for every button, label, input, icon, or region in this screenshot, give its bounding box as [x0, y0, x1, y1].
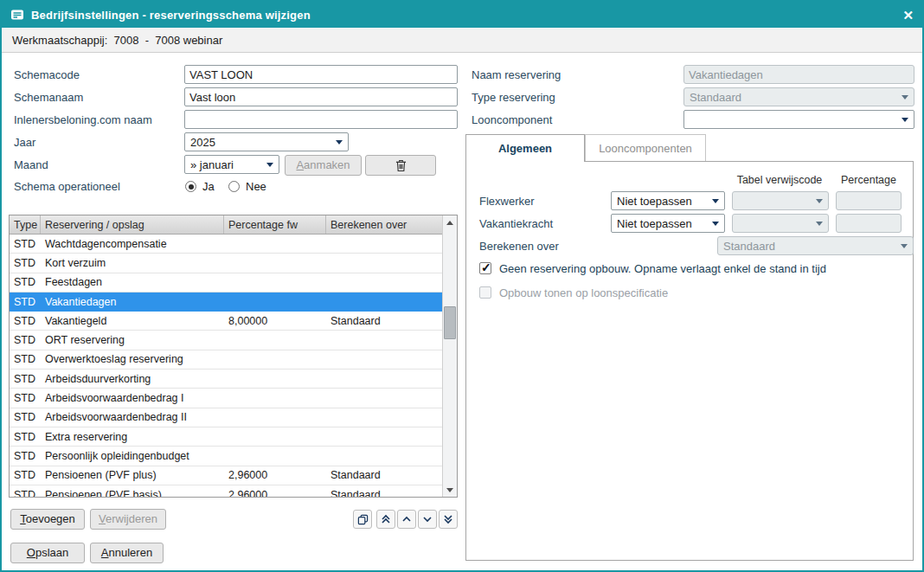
- table-row[interactable]: STDKort verzuim: [10, 254, 442, 273]
- cell-type: STD: [10, 447, 41, 465]
- cell-type: STD: [10, 485, 41, 497]
- jaar-select[interactable]: 2025: [184, 132, 349, 151]
- tabel-verwijscode-header: Tabel verwijscode: [723, 174, 836, 186]
- cell-pct: [224, 350, 326, 369]
- flexwerker-value: Niet toepassen: [617, 195, 709, 208]
- flexwerker-tabel-select: [732, 191, 829, 210]
- cell-type: STD: [10, 389, 41, 407]
- table-row[interactable]: STDPensioenen (PVF basis)2,96000Standaar…: [10, 485, 442, 497]
- move-down-button[interactable]: [418, 510, 437, 529]
- cell-over: [326, 350, 442, 369]
- vakantiekracht-percentage-input: [836, 214, 902, 233]
- naam-reservering-input: [683, 65, 914, 84]
- table-row[interactable]: STDArbeidsduurverkorting: [10, 370, 442, 389]
- chevron-up-icon: [401, 514, 412, 524]
- operationeel-nee-radio[interactable]: [228, 181, 240, 192]
- table-scrollbar[interactable]: [442, 215, 457, 497]
- verwijderen-button: Verwijderen: [90, 509, 166, 530]
- table-row[interactable]: STDExtra reservering: [10, 427, 442, 447]
- scroll-up-icon[interactable]: [443, 215, 457, 229]
- cell-pct: [224, 427, 326, 446]
- header-type: Type: [10, 215, 41, 234]
- cell-over: [326, 235, 442, 253]
- header-reservering: Reservering / opslag: [41, 215, 224, 234]
- trash-icon: [395, 159, 407, 172]
- table-row[interactable]: STDWachtdagencompensatie: [10, 235, 442, 254]
- jaar-label: Jaar: [14, 136, 35, 149]
- table-header-row: Type Reservering / opslag Percentage fw …: [10, 215, 442, 235]
- cell-over: [326, 254, 442, 272]
- schemacode-input[interactable]: [184, 65, 458, 84]
- cell-pct: [224, 370, 326, 388]
- reservation-table-body: STDWachtdagencompensatieSTDKort verzuimS…: [10, 235, 442, 497]
- tab-looncomponenten[interactable]: Looncomponenten: [585, 134, 706, 161]
- schemanaam-input[interactable]: [184, 87, 458, 106]
- looncomponent-select[interactable]: [683, 110, 914, 129]
- delete-month-button[interactable]: [365, 155, 436, 176]
- table-row[interactable]: STDORT reservering: [10, 331, 442, 350]
- cell-over: [326, 389, 442, 407]
- annuleren-button[interactable]: Annuleren: [90, 543, 164, 563]
- flexwerker-select[interactable]: Niet toepassen: [611, 191, 725, 210]
- cell-pct: [224, 254, 326, 272]
- cell-pct: [224, 235, 326, 253]
- move-up-button[interactable]: [397, 510, 416, 529]
- table-row[interactable]: STDPensioenen (PVF plus)2,96000Standaard: [10, 466, 442, 485]
- table-row[interactable]: STDArbeidsvoorwaardenbedrag I: [10, 389, 442, 408]
- berekenen-over-value: Standaard: [723, 240, 897, 253]
- type-reservering-select: Standaard: [683, 87, 914, 106]
- cell-over: Standaard: [326, 466, 442, 485]
- table-row[interactable]: STDOverwerktoeslag reservering: [10, 350, 442, 370]
- cell-name: Overwerktoeslag reservering: [41, 350, 224, 369]
- cell-name: Extra reservering: [41, 427, 224, 446]
- close-icon[interactable]: ✕: [902, 9, 914, 22]
- cell-name: Arbeidsvoorwaardenbedrag I: [41, 389, 224, 407]
- copy-row-button[interactable]: [353, 510, 372, 529]
- table-row[interactable]: STDArbeidsvoorwaardenbedrag II: [10, 408, 442, 427]
- scroll-down-icon[interactable]: [443, 483, 457, 497]
- header-percentage-fw: Percentage fw: [224, 215, 326, 234]
- cell-pct: 2,96000: [224, 485, 326, 497]
- inlenersbeloning-input[interactable]: [184, 110, 458, 129]
- geen-reservering-checkbox[interactable]: [479, 262, 491, 274]
- cell-over: [326, 408, 442, 427]
- cell-type: STD: [10, 312, 41, 330]
- flexwerker-percentage-input: [836, 191, 902, 210]
- opslaan-button[interactable]: Opslaan: [10, 543, 85, 563]
- cell-over: [326, 427, 442, 446]
- vakantiekracht-select[interactable]: Niet toepassen: [611, 214, 725, 233]
- move-top-button[interactable]: [376, 510, 395, 529]
- cell-name: Vakantiegeld: [41, 312, 224, 330]
- naam-reservering-label: Naam reservering: [472, 68, 561, 81]
- reservation-table: Type Reservering / opslag Percentage fw …: [9, 215, 458, 498]
- cell-type: STD: [10, 235, 41, 253]
- dialog-content: Schemacode Schemanaam Inlenersbeloning.c…: [2, 53, 922, 570]
- tab-algemeen[interactable]: Algemeen: [465, 134, 585, 162]
- cell-name: Pensioenen (PVF basis): [41, 485, 224, 497]
- cell-pct: [224, 331, 326, 349]
- toevoegen-button[interactable]: Toevoegen: [10, 509, 85, 530]
- scrollbar-thumb[interactable]: [444, 306, 456, 339]
- cell-name: Wachtdagencompensatie: [41, 235, 224, 253]
- reservation-table-main: Type Reservering / opslag Percentage fw …: [10, 215, 442, 497]
- operationeel-nee-label: Nee: [246, 180, 266, 193]
- cell-over: [326, 273, 442, 292]
- table-row[interactable]: STDVakantiegeld8,00000Standaard: [10, 312, 442, 331]
- cell-name: Persoonlijk opleidingenbudget: [41, 447, 224, 465]
- operationeel-ja-radio[interactable]: [185, 181, 196, 192]
- window-title: Bedrijfsinstellingen - reserveringsschem…: [31, 9, 311, 22]
- maand-select[interactable]: » januari: [184, 155, 279, 174]
- percentage-header: Percentage: [836, 174, 902, 186]
- move-bottom-button[interactable]: [439, 510, 458, 529]
- chevron-down-icon: [422, 514, 433, 524]
- cell-name: Kort verzuim: [41, 254, 224, 272]
- cell-pct: [224, 292, 326, 311]
- schemanaam-label: Schemanaam: [14, 91, 83, 104]
- algemeen-panel: Tabel verwijscode Percentage Flexwerker …: [465, 161, 914, 561]
- table-row[interactable]: STDFeestdagen: [10, 273, 442, 292]
- type-reservering-value: Standaard: [690, 91, 898, 104]
- table-row[interactable]: STDVakantiedagen: [10, 292, 442, 312]
- cell-name: Arbeidsvoorwaardenbedrag II: [41, 408, 224, 427]
- table-row[interactable]: STDPersoonlijk opleidingenbudget: [10, 447, 442, 466]
- cell-type: STD: [10, 292, 41, 311]
